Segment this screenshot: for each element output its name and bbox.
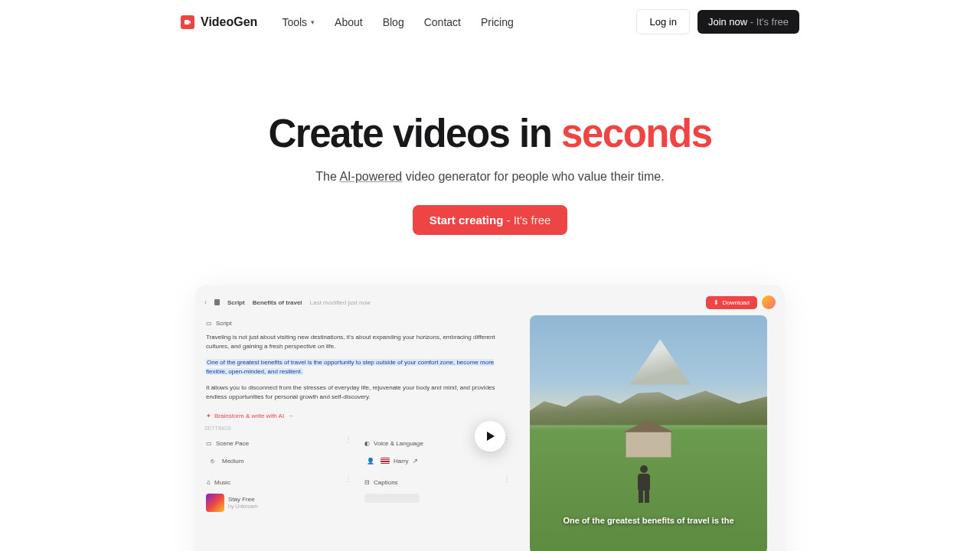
external-icon: ↗ [413,458,418,465]
scene-pace-menu-icon[interactable]: ⋮ [345,435,352,444]
captions-label: Captions [374,479,398,486]
subtitle-post: video generator for people who value the… [402,170,664,183]
script-p1: Traveling is not just about visiting new… [206,333,512,352]
mountain-peak [629,339,691,385]
person-icon: 👤 [364,455,377,467]
brand-name: VideoGen [201,15,257,29]
voice-value: Harry [394,458,409,465]
nav-tools[interactable]: Tools ▾ [282,16,315,28]
download-label: Download [722,299,750,306]
join-button[interactable]: Join now - It's free [697,10,799,34]
subtitle-pre: The [315,170,339,183]
back-icon[interactable]: ‹ [204,298,207,306]
voice-label: Voice & Language [374,440,423,447]
ai-link-label: Brainstorm & write with AI [214,412,284,419]
ai-brainstorm-link[interactable]: ✦ Brainstorm & write with AI → [204,409,514,422]
nav-blog[interactable]: Blog [383,16,404,28]
breadcrumb-script[interactable]: Script [227,299,245,306]
nav-pricing[interactable]: Pricing [481,16,514,28]
logo-icon [181,15,194,29]
start-creating-button[interactable]: Start creating - It's free [413,205,568,235]
script-editor[interactable]: Traveling is not just about visiting new… [204,331,514,409]
captions-preview [364,494,420,503]
settings-sep: SETTINGS [204,422,514,435]
scene-pace-icon: ▭ [206,440,212,447]
hero-title-accent: seconds [561,112,711,155]
music-artist: by Unknown [228,504,258,510]
avatar[interactable] [762,295,776,309]
scene-pace-value: Medium [222,458,243,465]
us-flag-icon [381,458,390,464]
subtitle-link[interactable]: AI-powered [339,170,402,183]
captions-icon: ⊟ [364,479,370,486]
join-main-label: Join now [708,16,747,28]
hero-title-pre: Create videos in [268,112,561,155]
login-button[interactable]: Log in [636,9,689,34]
play-demo-button[interactable] [475,421,505,452]
hiker [633,465,655,502]
logo[interactable]: VideoGen [181,15,257,29]
script-p3: It allows you to disconnect from the str… [206,383,512,403]
download-button[interactable]: ⬇ Download [706,296,757,309]
hero-subtitle: The AI-powered video generator for peopl… [0,170,980,184]
script-p2: One of the greatest benefits of travel i… [206,359,494,375]
captions-select[interactable] [363,491,514,506]
demo-app: ‹ Script Benefits of travel Last modifie… [195,285,785,551]
pace-meter-icon: ⎋ [206,455,218,467]
scene-pace-select[interactable]: ⎋ Medium [204,452,355,470]
chevron-down-icon: ▾ [311,18,315,26]
caption-overlay: One of the greatest benefits of travel i… [549,515,748,527]
scene-pace-label: Scene Pace [216,440,249,447]
nav-about[interactable]: About [335,16,363,28]
music-select[interactable]: Stay Free by Unknown [204,491,355,515]
music-icon: ♫ [206,479,211,486]
voice-select[interactable]: 👤 Harry ↗ [363,452,514,470]
hero-title: Create videos in seconds [0,111,980,156]
hut [626,430,671,458]
script-icon: ▭ [206,320,212,327]
music-menu-icon[interactable]: ⋮ [345,474,352,483]
cta-main-label: Start creating [430,214,504,227]
script-doc-icon [214,299,220,305]
voice-icon: ◐ [364,440,370,447]
music-title: Stay Free [228,496,258,504]
arrow-icon: → [287,412,293,419]
sparkle-icon: ✦ [206,412,211,419]
script-section-head: ▭ Script [204,315,514,331]
breadcrumb-title[interactable]: Benefits of travel [253,299,302,306]
svg-rect-0 [185,20,189,24]
script-label: Script [216,320,231,327]
join-sub-label: - It's free [747,16,789,28]
nav-tools-label: Tools [282,16,307,28]
captions-menu-icon[interactable]: ⋮ [503,474,511,483]
last-modified: Last modified just now [310,299,371,306]
cta-sub-label: - It's free [503,214,550,227]
music-label: Music [214,479,230,486]
download-icon: ⬇ [714,299,719,306]
video-preview[interactable]: One of the greatest benefits of travel i… [530,315,767,551]
music-thumb [206,494,224,512]
nav-contact[interactable]: Contact [424,16,461,28]
